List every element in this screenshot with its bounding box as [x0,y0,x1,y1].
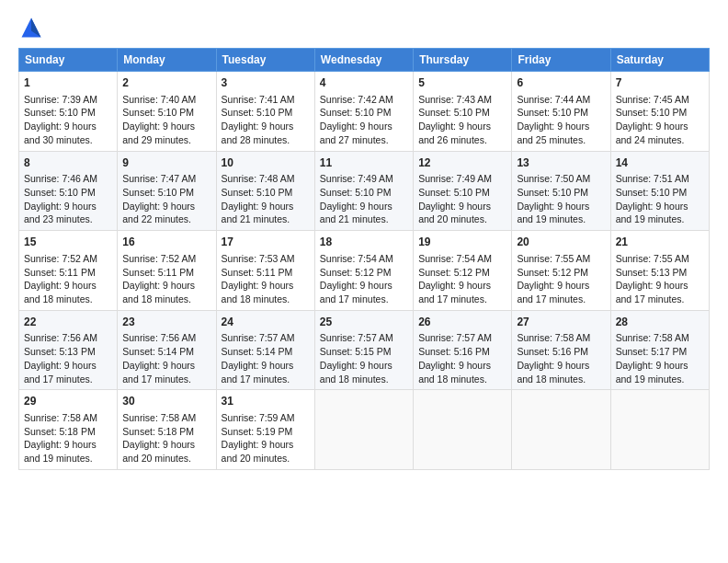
day-info-line: Sunset: 5:16 PM [517,345,605,359]
day-number: 4 [320,75,408,91]
calendar-cell [512,390,610,470]
day-info-line: Daylight: 9 hours [320,200,408,213]
day-info-line: Sunset: 5:19 PM [222,425,310,439]
day-info-line: and 17 minutes. [418,293,506,306]
day-info-line: and 17 minutes. [320,293,408,306]
day-number: 31 [222,394,310,409]
day-info-line: Sunset: 5:10 PM [24,106,112,120]
day-info-line: Sunset: 5:10 PM [418,106,506,120]
day-info-line: Sunset: 5:10 PM [122,106,210,120]
day-info-line: Sunset: 5:18 PM [122,425,210,439]
day-info-line: Sunrise: 7:40 AM [122,93,210,107]
calendar-cell: 3Sunrise: 7:41 AMSunset: 5:10 PMDaylight… [216,72,314,152]
day-info-line: and 19 minutes. [616,373,704,386]
calendar-header-row: SundayMondayTuesdayWednesdayThursdayFrid… [19,49,710,72]
day-info-line: and 18 minutes. [122,293,210,306]
day-number: 24 [222,315,310,330]
day-info-line: Sunset: 5:17 PM [616,345,704,359]
header [18,15,710,40]
day-info-line: and 18 minutes. [222,293,310,306]
calendar-cell: 26Sunrise: 7:57 AMSunset: 5:16 PMDayligh… [414,310,512,390]
calendar-cell: 30Sunrise: 7:58 AMSunset: 5:18 PMDayligh… [118,390,216,470]
day-number: 9 [122,155,210,171]
day-info-line: Daylight: 9 hours [222,200,310,213]
day-info-line: and 30 minutes. [24,133,112,147]
day-info-line: and 29 minutes. [122,133,210,147]
day-info-line: and 20 minutes. [222,452,310,465]
weekday-header-thursday: Thursday [414,49,512,72]
calendar-cell: 13Sunrise: 7:50 AMSunset: 5:10 PMDayligh… [512,151,610,231]
day-number: 12 [418,155,506,171]
calendar-cell: 16Sunrise: 7:52 AMSunset: 5:11 PMDayligh… [118,231,216,311]
calendar-cell: 9Sunrise: 7:47 AMSunset: 5:10 PMDaylight… [118,151,216,231]
day-info-line: Sunrise: 7:56 AM [122,331,210,345]
day-info-line: Daylight: 9 hours [24,200,112,213]
day-info-line: and 26 minutes. [418,133,506,147]
calendar-cell: 4Sunrise: 7:42 AMSunset: 5:10 PMDaylight… [314,72,413,152]
calendar-week-2: 8Sunrise: 7:46 AMSunset: 5:10 PMDaylight… [19,151,710,231]
day-info-line: and 19 minutes. [24,452,112,465]
day-info-line: Daylight: 9 hours [418,200,506,213]
weekday-header-wednesday: Wednesday [314,49,413,72]
weekday-header-friday: Friday [512,49,610,72]
page: SundayMondayTuesdayWednesdayThursdayFrid… [0,0,728,563]
day-info-line: Daylight: 9 hours [222,120,310,133]
day-info-line: Sunrise: 7:57 AM [320,331,408,345]
day-info-line: Sunrise: 7:58 AM [122,411,210,425]
day-info-line: and 17 minutes. [122,373,210,386]
day-info-line: Sunrise: 7:49 AM [320,172,408,186]
day-info-line: Sunrise: 7:57 AM [418,331,506,345]
day-info-line: Sunrise: 7:47 AM [122,172,210,186]
calendar-cell: 8Sunrise: 7:46 AMSunset: 5:10 PMDaylight… [19,151,118,231]
calendar-cell: 23Sunrise: 7:56 AMSunset: 5:14 PMDayligh… [118,310,216,390]
day-info-line: Daylight: 9 hours [122,200,210,213]
day-info-line: Daylight: 9 hours [320,359,408,373]
day-number: 1 [24,75,112,91]
day-info-line: and 18 minutes. [320,373,408,386]
day-info-line: Daylight: 9 hours [122,359,210,373]
day-info-line: Sunrise: 7:54 AM [320,252,408,266]
day-number: 5 [418,75,506,91]
calendar-cell: 20Sunrise: 7:55 AMSunset: 5:12 PMDayligh… [512,231,610,311]
calendar-week-3: 15Sunrise: 7:52 AMSunset: 5:11 PMDayligh… [19,231,710,311]
day-info-line: Daylight: 9 hours [122,438,210,452]
day-info-line: Sunrise: 7:46 AM [24,172,112,186]
day-info-line: Daylight: 9 hours [222,438,310,452]
day-number: 16 [122,235,210,250]
day-info-line: Sunrise: 7:49 AM [418,172,506,186]
calendar-cell: 24Sunrise: 7:57 AMSunset: 5:14 PMDayligh… [216,310,314,390]
day-info-line: Sunset: 5:12 PM [320,266,408,280]
calendar-cell: 6Sunrise: 7:44 AMSunset: 5:10 PMDaylight… [512,72,610,152]
day-info-line: Daylight: 9 hours [122,120,210,133]
calendar-cell: 7Sunrise: 7:45 AMSunset: 5:10 PMDaylight… [610,72,709,152]
day-number: 10 [222,155,310,171]
day-info-line: Sunrise: 7:51 AM [616,172,704,186]
calendar-cell: 25Sunrise: 7:57 AMSunset: 5:15 PMDayligh… [314,310,413,390]
day-info-line: Daylight: 9 hours [616,200,704,213]
day-info-line: Daylight: 9 hours [320,120,408,133]
day-info-line: Sunset: 5:10 PM [320,106,408,120]
day-info-line: Sunrise: 7:41 AM [222,93,310,107]
day-number: 26 [418,315,506,330]
day-info-line: and 24 minutes. [616,133,704,147]
day-number: 17 [222,235,310,250]
day-info-line: and 20 minutes. [122,452,210,465]
day-info-line: Sunset: 5:14 PM [122,345,210,359]
day-info-line: Sunrise: 7:54 AM [418,252,506,266]
day-info-line: Sunset: 5:10 PM [517,106,605,120]
day-info-line: Daylight: 9 hours [517,279,605,293]
calendar-cell: 28Sunrise: 7:58 AMSunset: 5:17 PMDayligh… [610,310,709,390]
calendar-cell: 11Sunrise: 7:49 AMSunset: 5:10 PMDayligh… [314,151,413,231]
calendar-cell: 22Sunrise: 7:56 AMSunset: 5:13 PMDayligh… [19,310,118,390]
calendar-cell [414,390,512,470]
calendar-cell [314,390,413,470]
day-info-line: Daylight: 9 hours [122,279,210,293]
day-number: 23 [122,315,210,330]
day-info-line: Sunrise: 7:53 AM [222,252,310,266]
day-info-line: Daylight: 9 hours [222,359,310,373]
day-info-line: Sunset: 5:10 PM [616,106,704,120]
day-info-line: and 27 minutes. [320,133,408,147]
day-info-line: Daylight: 9 hours [24,120,112,133]
day-info-line: Sunset: 5:10 PM [320,186,408,200]
day-info-line: and 19 minutes. [616,213,704,226]
